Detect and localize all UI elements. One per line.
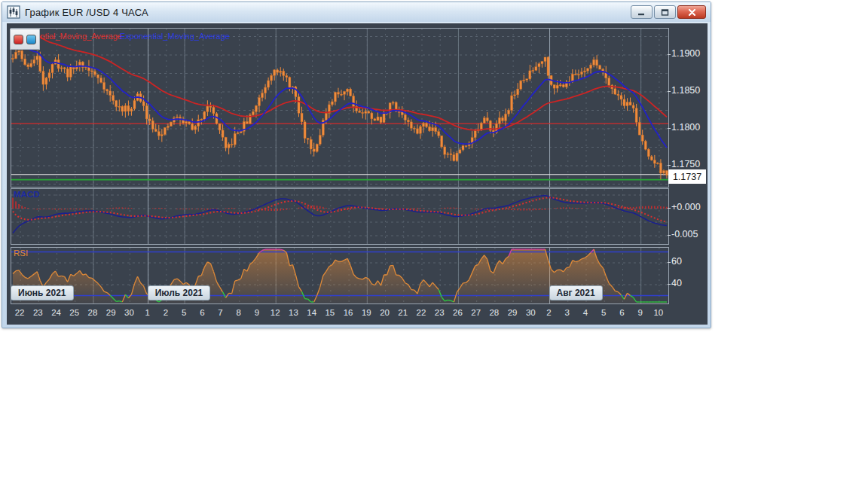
legend-ema-blue: Exponential_Moving_Average — [120, 32, 230, 41]
chart-toolbar — [10, 29, 40, 50]
price-tick-label: 1.1850 — [671, 85, 706, 96]
date-label: 23 — [28, 308, 47, 317]
date-label: 5 — [174, 308, 194, 317]
date-label: 21 — [393, 308, 413, 317]
minimize-button[interactable] — [631, 5, 653, 19]
rsi-tick-label: 60 — [671, 256, 706, 267]
macd-tick-label: +0.000 — [671, 202, 706, 212]
date-label: 22 — [10, 308, 29, 317]
date-label: 30 — [119, 308, 139, 317]
date-label: 24 — [47, 308, 66, 317]
maximize-button[interactable] — [654, 5, 676, 19]
date-label: 20 — [375, 308, 395, 317]
date-label: 6 — [192, 308, 212, 317]
date-label: 2 — [156, 308, 176, 317]
price-tick-mark — [668, 165, 671, 166]
chart-window: График EUR /USD 4 ЧАСА Exponential_Movin… — [2, 2, 711, 328]
date-label: 26 — [448, 308, 467, 317]
candlestick-app-icon — [7, 5, 20, 19]
price-tick-mark — [668, 91, 671, 92]
toolbar-blue-button[interactable] — [26, 35, 36, 44]
date-label: 1 — [138, 308, 157, 317]
date-label: 16 — [338, 308, 358, 317]
date-label: 13 — [283, 308, 303, 317]
price-panel[interactable] — [11, 28, 669, 188]
date-label: 9 — [247, 308, 267, 317]
date-label: 12 — [265, 308, 285, 317]
rsi-tick-mark — [668, 262, 671, 263]
toolbar-red-button[interactable] — [14, 35, 23, 44]
date-label: 14 — [302, 308, 322, 317]
current-price-tag: 1.1737 — [668, 169, 706, 184]
month-label: Авг 2021 — [549, 285, 603, 300]
date-label: 3 — [558, 308, 577, 317]
price-tick-label: 1.1800 — [671, 122, 706, 133]
date-label: 23 — [429, 308, 449, 317]
price-tick-mark — [668, 128, 671, 129]
date-label: 5 — [594, 308, 613, 317]
macd-tick-mark — [668, 235, 671, 236]
rsi-tick-mark — [668, 284, 671, 285]
date-label: 28 — [83, 308, 102, 317]
window-title: График EUR /USD 4 ЧАСА — [25, 7, 148, 18]
date-label: 19 — [356, 308, 376, 317]
rsi-label: RSI — [14, 249, 28, 258]
date-label: 6 — [612, 308, 631, 317]
macd-label: MACD — [14, 190, 40, 199]
price-tick-mark — [668, 54, 671, 55]
titlebar[interactable]: График EUR /USD 4 ЧАСА — [2, 2, 711, 22]
price-tick-label: 1.1750 — [671, 159, 706, 169]
close-button[interactable] — [677, 5, 706, 19]
price-tick-label: 1.1900 — [671, 48, 706, 59]
date-label: 28 — [484, 308, 504, 317]
rsi-tick-label: 40 — [671, 278, 706, 288]
date-label: 29 — [101, 308, 121, 317]
chart-area: Exponential_Moving_Average Exponential_M… — [7, 23, 708, 325]
macd-panel[interactable]: MACD — [11, 188, 669, 245]
date-label: 4 — [576, 308, 595, 317]
date-label: 27 — [466, 308, 486, 317]
date-label: 22 — [411, 308, 431, 317]
month-label: Июнь 2021 — [11, 285, 74, 300]
date-label: 29 — [503, 308, 522, 317]
date-label: 10 — [649, 308, 668, 317]
date-label: 25 — [65, 308, 84, 317]
macd-tick-label: -0.005 — [671, 229, 706, 239]
date-label: 7 — [211, 308, 231, 317]
date-label: 8 — [229, 308, 249, 317]
date-label: 15 — [320, 308, 340, 317]
date-label: 9 — [631, 308, 650, 317]
macd-tick-mark — [668, 208, 671, 209]
date-label: 30 — [521, 308, 540, 317]
month-label: Июль 2021 — [148, 285, 211, 300]
date-label: 2 — [539, 308, 559, 317]
